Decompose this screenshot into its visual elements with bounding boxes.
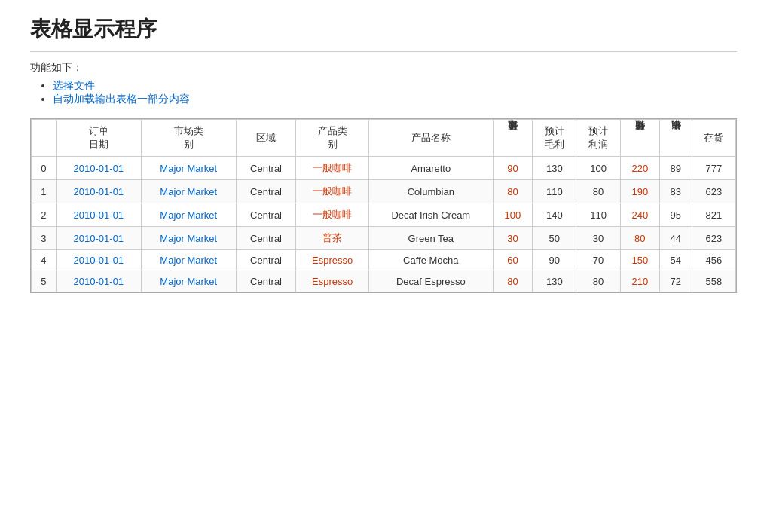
cell-product_name: Green Tea — [368, 227, 493, 250]
cell-product_name: Decaf Espresso — [368, 271, 493, 292]
cell-est_gross: 130 — [533, 157, 576, 180]
cell-index: 0 — [32, 157, 57, 180]
header-region: 区域 — [236, 120, 296, 157]
header-est-sales: 预计销售额 — [620, 120, 659, 157]
cell-est_profit: 70 — [576, 250, 620, 271]
cell-est_cost: 60 — [493, 250, 532, 271]
table-row: 02010-01-01Major MarketCentral一般咖啡Amaret… — [32, 157, 736, 180]
cell-index: 5 — [32, 271, 57, 292]
cell-inventory: 456 — [692, 250, 735, 271]
cell-region: Central — [236, 250, 296, 271]
cell-est_gross: 140 — [533, 203, 576, 227]
cell-sales_cost: 89 — [660, 157, 692, 180]
feature-item-2: 自动加载输出表格一部分内容 — [53, 93, 737, 106]
header-est-cost: 预计销售成本 — [493, 120, 532, 157]
cell-est_gross: 90 — [533, 250, 576, 271]
header-product-name: 产品名称 — [368, 120, 493, 157]
cell-est_cost: 30 — [493, 227, 532, 250]
cell-est_profit: 80 — [576, 180, 620, 203]
cell-market_type: Major Market — [141, 203, 236, 227]
cell-market_type: Major Market — [141, 227, 236, 250]
table-row: 22010-01-01Major MarketCentral一般咖啡Decaf … — [32, 203, 736, 227]
cell-market_type: Major Market — [141, 157, 236, 180]
cell-market_type: Major Market — [141, 250, 236, 271]
cell-est_profit: 110 — [576, 203, 620, 227]
cell-est_sales: 210 — [620, 271, 659, 292]
cell-inventory: 777 — [692, 157, 735, 180]
cell-order_date: 2010-01-01 — [56, 227, 141, 250]
cell-est_sales: 240 — [620, 203, 659, 227]
data-table-wrapper: 订单日期 市场类别 区域 产品类别 产品名称 预计销售成本 预计毛利 预计利润 … — [30, 118, 737, 293]
cell-sales_cost: 54 — [660, 250, 692, 271]
cell-inventory: 821 — [692, 203, 735, 227]
table-row: 32010-01-01Major MarketCentral普茶Green Te… — [32, 227, 736, 250]
header-index — [32, 120, 57, 157]
cell-est_sales: 190 — [620, 180, 659, 203]
cell-region: Central — [236, 227, 296, 250]
cell-region: Central — [236, 157, 296, 180]
cell-market_type: Major Market — [141, 271, 236, 292]
cell-product_name: Caffe Mocha — [368, 250, 493, 271]
cell-est_cost: 90 — [493, 157, 532, 180]
cell-sales_cost: 72 — [660, 271, 692, 292]
table-row: 42010-01-01Major MarketCentralEspressoCa… — [32, 250, 736, 271]
cell-est_cost: 100 — [493, 203, 532, 227]
cell-est_cost: 80 — [493, 180, 532, 203]
cell-index: 2 — [32, 203, 57, 227]
features-list: 选择文件 自动加载输出表格一部分内容 — [30, 79, 737, 106]
cell-inventory: 623 — [692, 180, 735, 203]
cell-index: 3 — [32, 227, 57, 250]
cell-inventory: 558 — [692, 271, 735, 292]
cell-region: Central — [236, 203, 296, 227]
cell-region: Central — [236, 180, 296, 203]
data-table: 订单日期 市场类别 区域 产品类别 产品名称 预计销售成本 预计毛利 预计利润 … — [31, 119, 736, 292]
cell-order_date: 2010-01-01 — [56, 157, 141, 180]
cell-est_gross: 50 — [533, 227, 576, 250]
cell-est_profit: 100 — [576, 157, 620, 180]
cell-product_name: Columbian — [368, 180, 493, 203]
page-title: 表格显示程序 — [30, 15, 737, 44]
header-inventory: 存货 — [692, 120, 735, 157]
cell-product_type: Espresso — [296, 250, 368, 271]
cell-est_gross: 110 — [533, 180, 576, 203]
cell-region: Central — [236, 271, 296, 292]
cell-est_sales: 150 — [620, 250, 659, 271]
cell-est_gross: 130 — [533, 271, 576, 292]
cell-index: 4 — [32, 250, 57, 271]
header-product-type: 产品类别 — [296, 120, 368, 157]
cell-product_type: 一般咖啡 — [296, 180, 368, 203]
cell-product_type: 一般咖啡 — [296, 203, 368, 227]
cell-product_type: 普茶 — [296, 227, 368, 250]
cell-est_sales: 80 — [620, 227, 659, 250]
feature-link-2[interactable]: 自动加载输出表格一部分内容 — [53, 93, 190, 105]
feature-link-1[interactable]: 选择文件 — [53, 79, 95, 91]
cell-order_date: 2010-01-01 — [56, 203, 141, 227]
cell-sales_cost: 44 — [660, 227, 692, 250]
cell-order_date: 2010-01-01 — [56, 271, 141, 292]
table-row: 12010-01-01Major MarketCentral一般咖啡Columb… — [32, 180, 736, 203]
table-row: 52010-01-01Major MarketCentralEspressoDe… — [32, 271, 736, 292]
header-sales-cost: 销售成本 — [660, 120, 692, 157]
cell-market_type: Major Market — [141, 180, 236, 203]
cell-est_profit: 80 — [576, 271, 620, 292]
header-market-type: 市场类别 — [141, 120, 236, 157]
cell-sales_cost: 95 — [660, 203, 692, 227]
header-est-gross: 预计毛利 — [533, 120, 576, 157]
feature-item-1: 选择文件 — [53, 79, 737, 93]
cell-product_type: Espresso — [296, 271, 368, 292]
table-header-row: 订单日期 市场类别 区域 产品类别 产品名称 预计销售成本 预计毛利 预计利润 … — [32, 120, 736, 157]
cell-est_profit: 30 — [576, 227, 620, 250]
cell-product_name: Decaf Irish Cream — [368, 203, 493, 227]
cell-sales_cost: 83 — [660, 180, 692, 203]
cell-est_cost: 80 — [493, 271, 532, 292]
cell-order_date: 2010-01-01 — [56, 180, 141, 203]
cell-product_name: Amaretto — [368, 157, 493, 180]
header-order-date: 订单日期 — [56, 120, 141, 157]
cell-order_date: 2010-01-01 — [56, 250, 141, 271]
intro-text: 功能如下： — [30, 61, 737, 75]
cell-index: 1 — [32, 180, 57, 203]
table-body: 02010-01-01Major MarketCentral一般咖啡Amaret… — [32, 157, 736, 292]
cell-inventory: 623 — [692, 227, 735, 250]
cell-product_type: 一般咖啡 — [296, 157, 368, 180]
cell-est_sales: 220 — [620, 157, 659, 180]
